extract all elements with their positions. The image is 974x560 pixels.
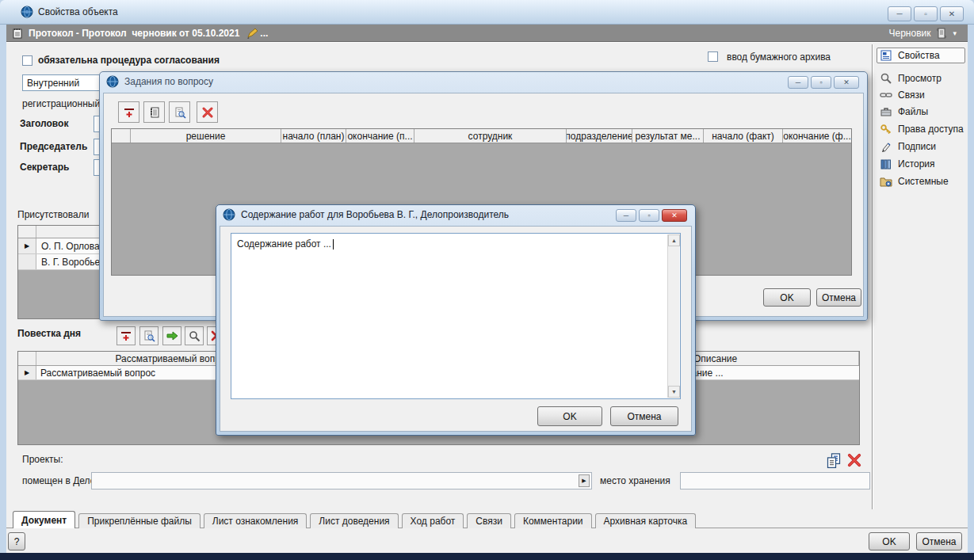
tab-attached-files[interactable]: Прикреплённые файлы [78,513,201,528]
tab-delivery-sheet[interactable]: Лист доведения [310,513,398,528]
attendees-label: Присутствовали [17,209,89,220]
minimize-button[interactable]: ─ [616,209,636,222]
sidebar-item-label: Свойства [898,50,940,61]
tasks-col-decision[interactable]: решение [131,129,281,143]
tab-comments[interactable]: Комментарии [514,513,592,528]
sidebar-item-system[interactable]: Системные [880,173,949,189]
row-marker-cell [18,254,36,269]
help-button[interactable]: ? [8,532,25,550]
work-ok-button[interactable]: OK [537,406,602,426]
tasks-col-start-plan[interactable]: начало (план) [281,129,346,143]
sidebar-item-label: Права доступа [898,124,964,135]
close-button[interactable]: ✕ [940,6,964,21]
sidebar-item-label: Связи [898,90,925,101]
sidebar-item-signatures[interactable]: Подписи [880,139,936,154]
main-window-titlebar: Свойства объекта ─ ▫ ✕ [0,0,974,25]
bottom-tabs: Документ Прикреплённые файлы Лист ознако… [13,511,696,528]
agenda-label: Повестка дня [17,328,81,339]
maximize-button[interactable]: ▫ [914,6,938,21]
agenda-filter-button[interactable] [116,326,136,345]
tab-document[interactable]: Документ [13,511,75,528]
tasks-col-start-fact[interactable]: начало (факт) [704,129,783,143]
close-button[interactable]: ✕ [834,76,859,89]
tasks-col-employee[interactable]: сотрудник [414,129,567,143]
sidebar-item-history[interactable]: История [880,156,935,172]
agenda-description-header[interactable]: Описание [681,352,859,365]
doc-kind-value: Внутренний [27,78,79,89]
briefcase-icon [880,105,892,118]
tasks-preview-button[interactable] [169,101,190,123]
delete-project-icon[interactable] [846,452,862,468]
sidebar-item-preview[interactable]: Просмотр [880,70,942,86]
keys-icon [880,123,892,135]
forward-arrow-icon [166,330,178,342]
textarea-scrollbar[interactable]: ▲ ▼ [667,234,679,398]
minimize-button[interactable]: ─ [888,6,911,21]
sidebar-item-properties[interactable]: Свойства [877,48,965,63]
work-content-text: Содержание работ ... [237,238,331,250]
tab-links[interactable]: Связи [467,513,511,528]
tasks-ok-button[interactable]: OK [763,288,811,307]
main-ok-button[interactable]: OK [869,532,910,550]
window-title: Свойства объекта [38,6,118,17]
tasks-filter-button[interactable] [118,101,139,123]
attendees-marker-header [18,226,36,238]
status-label: Черновик [888,28,930,39]
tab-archive-card[interactable]: Архивная карточка [595,513,697,528]
app-globe-icon [223,208,235,221]
storage-label: место хранения [600,475,670,486]
sidebar-item-label: Просмотр [898,73,942,84]
tab-review-sheet[interactable]: Лист ознакомления [204,513,307,528]
sidebar-item-files[interactable]: Файлы [880,104,928,120]
approval-checkbox-label: обязательна процедура согласования [38,55,220,66]
maximize-button[interactable]: ▫ [639,209,659,222]
case-expand-button[interactable]: ▶ [579,474,590,487]
notebook-icon [148,106,161,119]
agenda-forward-button[interactable] [162,326,181,345]
delete-icon [201,106,214,119]
sidebar-item-links[interactable]: Связи [880,87,925,103]
agenda-preview-button[interactable] [139,326,159,345]
tasks-col-result[interactable]: результат ме... [632,129,704,143]
app-globe-icon [106,75,119,88]
edit-pencil-icon[interactable] [246,27,258,40]
work-content-textarea[interactable]: Содержание работ ... ▲ ▼ [231,233,681,399]
paper-archive-checkbox[interactable] [708,51,718,62]
tasks-col-end-plan[interactable]: окончание (п... [346,129,414,143]
tasks-col-marker [112,129,131,143]
status-dropdown-arrow[interactable]: ▾ [953,29,957,37]
document-title: Протокол - Протокол черновик от 05.10.20… [29,28,239,39]
main-cancel-button[interactable]: Отмена [916,532,962,550]
sidebar-item-label: Подписи [898,141,936,152]
tab-work-progress[interactable]: Ход работ [402,513,464,528]
pick-project-icon[interactable] [826,452,842,468]
system-folder-icon [880,175,892,188]
preview-icon [174,106,186,119]
magnifier-icon [880,72,892,85]
chain-icon [880,89,892,101]
search-icon [188,330,201,342]
books-icon [880,158,892,170]
app-globe-icon [21,6,33,18]
case-field[interactable]: ▶ [91,472,592,490]
maximize-button[interactable]: ▫ [811,76,831,89]
document-header-bar: Протокол - Протокол черновик от 05.10.20… [6,25,968,42]
storage-field[interactable] [680,472,870,490]
minimize-button[interactable]: ─ [788,76,808,89]
work-cancel-button[interactable]: Отмена [610,406,678,426]
filter-icon [120,330,132,342]
tasks-dialog-title: Задания по вопросу [124,76,213,87]
scroll-up-arrow[interactable]: ▲ [668,234,680,246]
tasks-delete-button[interactable] [197,101,218,123]
approval-checkbox[interactable] [22,55,32,66]
scroll-down-arrow[interactable]: ▼ [668,386,680,398]
tasks-list-button[interactable] [143,101,165,123]
tasks-col-end-fact[interactable]: окончание (ф... [783,129,851,143]
sidebar-item-access-rights[interactable]: Права доступа [880,121,964,137]
agenda-search-button[interactable] [185,326,204,345]
status-selector[interactable]: Черновик ▾ [888,25,957,42]
tasks-cancel-button[interactable]: Отмена [816,288,861,307]
pen-icon [880,140,892,153]
close-button[interactable]: ✕ [662,209,687,222]
tasks-col-department[interactable]: подразделение [567,129,632,143]
